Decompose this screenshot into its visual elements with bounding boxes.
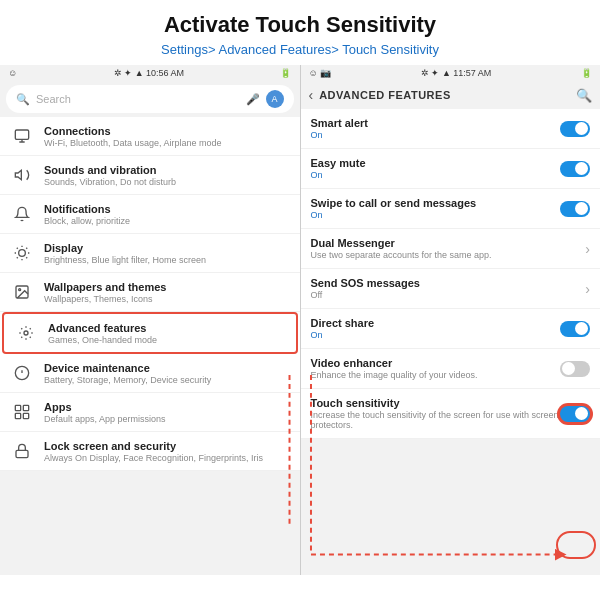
notifications-text: Notifications Block, allow, prioritize [44,203,130,226]
svg-point-12 [19,289,21,291]
touch-sensitivity-annotation-circle [556,531,596,559]
feature-swipe-to-call[interactable]: Swipe to call or send messages On [301,189,601,229]
svg-line-6 [26,258,27,259]
feature-direct-share[interactable]: Direct share On [301,309,601,349]
easy-mute-toggle[interactable] [560,161,590,177]
right-status-bar: ☺ 📷 ✲ ✦ ▲ 11:57 AM 🔋 [301,65,601,81]
page-header: Activate Touch Sensitivity Settings> Adv… [0,0,600,65]
settings-item-sounds[interactable]: Sounds and vibration Sounds, Vibration, … [0,156,300,195]
display-icon [10,241,34,265]
feature-smart-alert[interactable]: Smart alert On [301,109,601,149]
right-status-center: ✲ ✦ ▲ 11:57 AM [421,68,491,78]
advanced-features-topbar: ‹ ADVANCED FEATURES 🔍 [301,81,601,109]
search-placeholder-text: Search [36,93,240,105]
swipe-to-call-toggle[interactable] [560,201,590,217]
feature-video-enhancer[interactable]: Video enhancer Enhance the image quality… [301,349,601,389]
left-phone-panel: ☺ ✲ ✦ ▲ 10:56 AM 🔋 🔍 Search 🎤 A Connecti… [0,65,300,575]
send-sos-chevron: › [585,281,590,297]
swipe-to-call-text: Swipe to call or send messages On [311,197,477,220]
svg-rect-18 [23,406,28,411]
notifications-icon [10,202,34,226]
page-title: Activate Touch Sensitivity [10,12,590,38]
smart-alert-toggle[interactable] [560,121,590,137]
settings-item-device-maintenance[interactable]: Device maintenance Battery, Storage, Mem… [0,354,300,393]
smart-alert-text: Smart alert On [311,117,368,140]
settings-item-advanced-features[interactable]: Advanced features Games, One-handed mode [2,312,298,354]
feature-send-sos[interactable]: Send SOS messages Off › [301,269,601,309]
send-sos-text: Send SOS messages Off [311,277,420,300]
wallpapers-text: Wallpapers and themes Wallpapers, Themes… [44,281,166,304]
mic-icon: 🎤 [246,93,260,106]
dual-messenger-text: Dual Messenger Use two separate accounts… [311,237,492,260]
direct-share-toggle[interactable] [560,321,590,337]
svg-rect-0 [15,130,28,139]
svg-line-9 [17,258,18,259]
sounds-icon [10,163,34,187]
dual-messenger-chevron: › [585,241,590,257]
status-left: ☺ [8,68,17,78]
search-icon: 🔍 [16,93,30,106]
svg-point-2 [19,250,26,257]
search-bar[interactable]: 🔍 Search 🎤 A [6,85,294,113]
status-center: ✲ ✦ ▲ 10:56 AM [114,68,184,78]
direct-share-text: Direct share On [311,317,375,340]
settings-item-wallpapers[interactable]: Wallpapers and themes Wallpapers, Themes… [0,273,300,312]
apps-text: Apps Default apps, App permissions [44,401,166,424]
back-arrow-icon[interactable]: ‹ [309,87,314,103]
feature-list: Smart alert On Easy mute On Swipe to cal… [301,109,601,439]
right-status-left: ☺ 📷 [309,68,332,78]
right-status-right: 🔋 [581,68,592,78]
feature-easy-mute[interactable]: Easy mute On [301,149,601,189]
connections-text: Connections Wi-Fi, Bluetooth, Data usage… [44,125,222,148]
settings-item-apps[interactable]: Apps Default apps, App permissions [0,393,300,432]
svg-point-13 [24,331,28,335]
device-maintenance-icon [10,361,34,385]
settings-item-lock-screen[interactable]: Lock screen and security Always On Displ… [0,432,300,471]
left-status-bar: ☺ ✲ ✦ ▲ 10:56 AM 🔋 [0,65,300,81]
right-phone-panel: ☺ 📷 ✲ ✦ ▲ 11:57 AM 🔋 ‹ ADVANCED FEATURES… [301,65,601,575]
device-maintenance-text: Device maintenance Battery, Storage, Mem… [44,362,211,385]
apps-icon [10,400,34,424]
advanced-features-icon [14,321,38,345]
svg-rect-21 [16,451,28,458]
settings-item-display[interactable]: Display Brightness, Blue light filter, H… [0,234,300,273]
display-text: Display Brightness, Blue light filter, H… [44,242,206,265]
svg-rect-20 [23,414,28,419]
svg-line-10 [26,248,27,249]
svg-marker-1 [15,171,21,180]
svg-rect-17 [15,406,20,411]
svg-line-5 [17,248,18,249]
feature-touch-sensitivity[interactable]: Touch sensitivity Increase the touch sen… [301,389,601,439]
avatar-icon: A [266,90,284,108]
lock-screen-icon [10,439,34,463]
right-search-icon[interactable]: 🔍 [576,88,592,103]
touch-sensitivity-text: Touch sensitivity Increase the touch sen… [311,397,561,430]
video-enhancer-toggle[interactable] [560,361,590,377]
video-enhancer-text: Video enhancer Enhance the image quality… [311,357,478,380]
advanced-features-text: Advanced features Games, One-handed mode [48,322,157,345]
connections-icon [10,124,34,148]
lock-screen-text: Lock screen and security Always On Displ… [44,440,263,463]
easy-mute-text: Easy mute On [311,157,366,180]
status-right: 🔋 [280,68,291,78]
svg-rect-19 [15,414,20,419]
sounds-text: Sounds and vibration Sounds, Vibration, … [44,164,176,187]
settings-item-notifications[interactable]: Notifications Block, allow, prioritize [0,195,300,234]
feature-dual-messenger[interactable]: Dual Messenger Use two separate accounts… [301,229,601,269]
settings-list: Connections Wi-Fi, Bluetooth, Data usage… [0,117,300,471]
touch-sensitivity-toggle[interactable] [560,406,590,422]
wallpapers-icon [10,280,34,304]
settings-item-connections[interactable]: Connections Wi-Fi, Bluetooth, Data usage… [0,117,300,156]
page-subtitle: Settings> Advanced Features> Touch Sensi… [10,42,590,59]
